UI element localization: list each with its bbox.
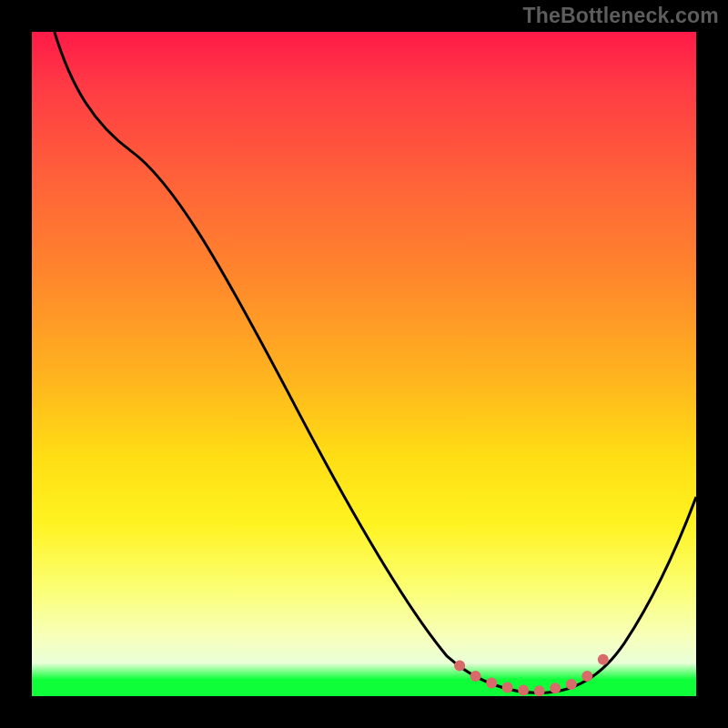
bottleneck-curve — [55, 32, 696, 693]
chart-frame: TheBottleneck.com — [0, 0, 728, 728]
highlight-marker — [566, 679, 577, 690]
highlight-marker — [550, 682, 561, 693]
highlight-marker — [598, 654, 609, 665]
highlight-marker — [518, 684, 529, 695]
highlight-marker — [502, 682, 513, 693]
watermark-text: TheBottleneck.com — [522, 4, 719, 28]
highlight-marker — [581, 671, 592, 682]
highlight-marker — [454, 660, 465, 671]
plot-area — [32, 32, 696, 696]
highlight-marker — [534, 685, 545, 696]
highlight-marker — [486, 677, 497, 688]
curve-layer — [32, 32, 696, 696]
highlight-markers — [454, 654, 609, 696]
highlight-marker — [470, 671, 481, 682]
